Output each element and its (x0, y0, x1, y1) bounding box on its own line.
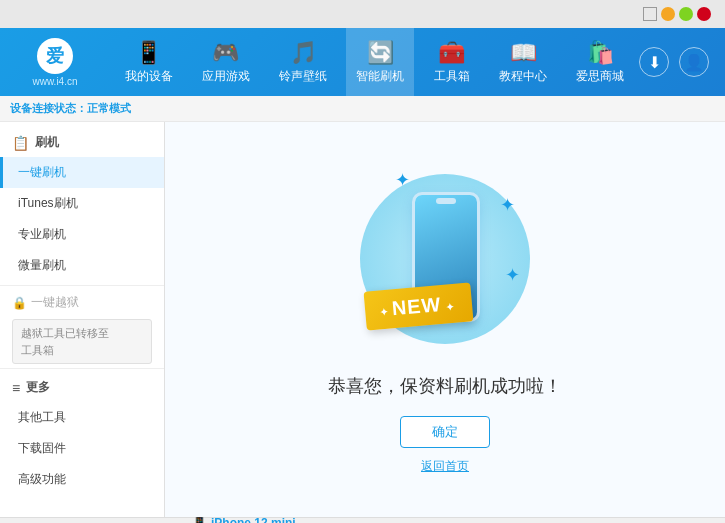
flash-section-title: 刷机 (35, 134, 59, 151)
jailbreak-note-text: 越狱工具已转移至工具箱 (21, 327, 109, 356)
status-value: 正常模式 (87, 102, 131, 114)
window-maximize-btn[interactable] (679, 7, 693, 21)
nav-ringtones[interactable]: 🎵 铃声壁纸 (269, 28, 337, 96)
my-device-icon: 📱 (135, 40, 162, 66)
download-firmware-label: 下载固件 (18, 440, 66, 457)
sidebar-item-data-save-flash[interactable]: 微量刷机 (0, 250, 164, 281)
window-close-btn[interactable] (697, 7, 711, 21)
status-prefix: 设备连接状态： (10, 102, 87, 114)
header-right: ⬇ 👤 (639, 47, 725, 77)
sidebar-divider-1 (0, 285, 164, 286)
ringtones-icon: 🎵 (290, 40, 317, 66)
other-tools-label: 其他工具 (18, 409, 66, 426)
toolbox-icon: 🧰 (438, 40, 465, 66)
advanced-label: 高级功能 (18, 471, 66, 488)
nav-toolbox[interactable]: 🧰 工具箱 (424, 28, 480, 96)
apps-games-icon: 🎮 (212, 40, 239, 66)
itunes-flash-label: iTunes刷机 (18, 195, 78, 212)
store-icon: 🛍️ (587, 40, 614, 66)
more-section-icon: ≡ (12, 380, 20, 396)
logo-icon: 爱 (37, 38, 73, 74)
sparkle-3: ✦ (505, 264, 520, 286)
sidebar-item-one-click-flash[interactable]: 一键刷机 (0, 157, 164, 188)
nav-apps-games[interactable]: 🎮 应用游戏 (192, 28, 260, 96)
back-home-link[interactable]: 返回首页 (421, 458, 469, 475)
nav-tutorials-label: 教程中心 (499, 68, 547, 85)
confirm-button[interactable]: 确定 (400, 416, 490, 448)
sidebar-item-other-tools[interactable]: 其他工具 (0, 402, 164, 433)
flash-section-icon: 📋 (12, 135, 29, 151)
one-click-flash-label: 一键刷机 (18, 164, 66, 181)
nav-smart-flash[interactable]: 🔄 智能刷机 (346, 28, 414, 96)
lock-icon: 🔒 (12, 296, 27, 310)
nav-my-device[interactable]: 📱 我的设备 (115, 28, 183, 96)
title-bar (0, 0, 725, 28)
phone-notch (436, 198, 456, 204)
phone-illustration: ✦ ✦ ✦ NEW (345, 164, 545, 354)
sidebar-divider-2 (0, 368, 164, 369)
nav-tutorials[interactable]: 📖 教程中心 (489, 28, 557, 96)
sidebar: 📋 刷机 一键刷机 iTunes刷机 专业刷机 微量刷机 🔒 一键越狱 越狱工具… (0, 122, 165, 517)
nav-ringtones-label: 铃声壁纸 (279, 68, 327, 85)
jailbreak-note: 越狱工具已转移至工具箱 (12, 319, 152, 364)
sidebar-item-advanced[interactable]: 高级功能 (0, 464, 164, 495)
sparkle-1: ✦ (395, 169, 410, 191)
sidebar-section-flash: 📋 刷机 (0, 128, 164, 157)
bottom-bar: 自动歇退 跳过向导 📱 iPhone 12 mini 64GB Down-12m… (0, 517, 725, 523)
user-btn[interactable]: 👤 (679, 47, 709, 77)
smart-flash-icon: 🔄 (367, 40, 394, 66)
sparkle-2: ✦ (500, 194, 515, 216)
nav-toolbox-label: 工具箱 (434, 68, 470, 85)
success-message: 恭喜您，保资料刷机成功啦！ (328, 374, 562, 398)
sidebar-jailbreak-section: 🔒 一键越狱 (0, 290, 164, 315)
main-layout: 📋 刷机 一键刷机 iTunes刷机 专业刷机 微量刷机 🔒 一键越狱 越狱工具… (0, 122, 725, 517)
nav-smart-flash-label: 智能刷机 (356, 68, 404, 85)
confirm-btn-label: 确定 (432, 423, 458, 441)
tutorials-icon: 📖 (510, 40, 537, 66)
data-save-flash-label: 微量刷机 (18, 257, 66, 274)
nav-my-device-label: 我的设备 (125, 68, 173, 85)
nav-apps-games-label: 应用游戏 (202, 68, 250, 85)
nav-store[interactable]: 🛍️ 爱思商城 (566, 28, 634, 96)
window-minimize-btn[interactable] (661, 7, 675, 21)
sidebar-item-pro-flash[interactable]: 专业刷机 (0, 219, 164, 250)
window-restore-btn[interactable] (643, 7, 657, 21)
jailbreak-label: 一键越狱 (31, 294, 79, 311)
nav-store-label: 爱思商城 (576, 68, 624, 85)
sidebar-section-more: ≡ 更多 (0, 373, 164, 402)
header: 爱 www.i4.cn 📱 我的设备 🎮 应用游戏 🎵 铃声壁纸 🔄 智能刷机 … (0, 28, 725, 96)
device-status-bar: 设备连接状态：正常模式 (0, 96, 725, 122)
pro-flash-label: 专业刷机 (18, 226, 66, 243)
logo-area: 爱 www.i4.cn (0, 38, 110, 87)
more-section-title: 更多 (26, 379, 50, 396)
logo-site: www.i4.cn (32, 76, 77, 87)
download-btn[interactable]: ⬇ (639, 47, 669, 77)
content-area: ✦ ✦ ✦ NEW 恭喜您，保资料刷机成功啦！ 确定 返回首页 (165, 122, 725, 517)
sidebar-item-download-firmware[interactable]: 下载固件 (0, 433, 164, 464)
sidebar-item-itunes-flash[interactable]: iTunes刷机 (0, 188, 164, 219)
nav-bar: 📱 我的设备 🎮 应用游戏 🎵 铃声壁纸 🔄 智能刷机 🧰 工具箱 📖 教程中心… (110, 28, 639, 96)
